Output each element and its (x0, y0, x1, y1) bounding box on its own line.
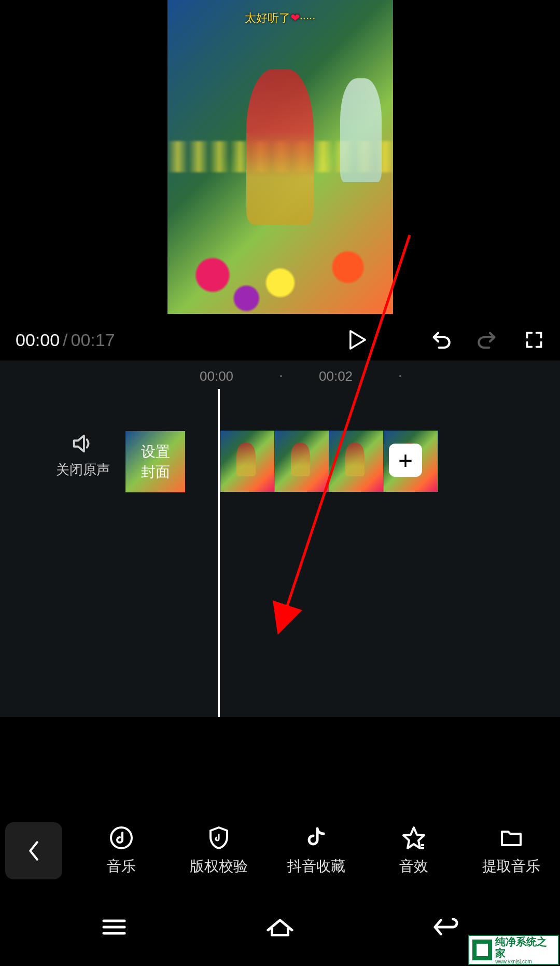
video-caption: 太好听了❤····· (245, 10, 316, 26)
douyin-icon (304, 825, 329, 850)
mute-label: 关闭原声 (54, 461, 111, 479)
add-clip-button[interactable]: + (389, 444, 422, 477)
tool-label: 音效 (399, 857, 428, 876)
home-icon (266, 917, 294, 937)
watermark-title: 纯净系统之家 (495, 936, 555, 959)
music-button[interactable]: 音乐 (73, 825, 170, 876)
fullscreen-icon (525, 330, 543, 349)
preview-decoration (167, 236, 393, 314)
video-preview[interactable]: 太好听了❤····· (167, 0, 393, 314)
tool-label: 提取音乐 (482, 857, 540, 876)
play-button[interactable] (347, 329, 368, 350)
tool-label: 音乐 (107, 857, 136, 876)
extract-music-button[interactable]: 提取音乐 (463, 825, 560, 876)
folder-icon (499, 825, 524, 850)
plus-icon: + (398, 446, 413, 475)
cover-label-line1: 设置 (141, 441, 170, 462)
preview-decoration (246, 69, 314, 225)
tool-label: 版权校验 (190, 857, 248, 876)
menu-icon (102, 918, 127, 936)
timeline-track: 关闭原声 设置 封面 (0, 431, 560, 493)
video-preview-area: 太好听了❤····· (0, 0, 560, 314)
clip-frame (220, 431, 275, 492)
undo-button[interactable] (430, 329, 451, 350)
star-icon (401, 825, 426, 850)
speaker-icon (70, 431, 96, 457)
douyin-favorites-button[interactable]: 抖音收藏 (268, 825, 365, 876)
mute-original-button[interactable]: 关闭原声 (54, 431, 111, 479)
clip-frame (329, 431, 384, 492)
sound-effects-button[interactable]: 音效 (365, 825, 463, 876)
total-time: 00:17 (71, 330, 115, 350)
undo-icon (430, 329, 451, 350)
copyright-check-button[interactable]: 版权校验 (170, 825, 268, 876)
nav-recents-button[interactable] (90, 909, 138, 945)
play-icon (349, 329, 367, 350)
music-note-icon (109, 825, 134, 850)
preview-decoration (340, 78, 382, 182)
ruler-tick (280, 375, 282, 377)
fullscreen-button[interactable] (524, 329, 544, 350)
tool-label: 抖音收藏 (287, 857, 345, 876)
timeline-ruler: 00:00 00:02 (0, 366, 560, 387)
cover-label-line2: 封面 (141, 462, 170, 482)
back-button[interactable] (5, 822, 62, 879)
current-time: 00:00 (16, 330, 60, 350)
time-display: 00:00/00:17 (16, 330, 115, 350)
nav-home-button[interactable] (256, 909, 304, 945)
ruler-tick-label: 00:00 (200, 368, 233, 384)
time-separator: / (63, 330, 67, 350)
timeline[interactable]: 00:00 00:02 关闭原声 设置 封面 + (0, 361, 560, 717)
ruler-tick (399, 375, 401, 377)
playback-controls: 00:00/00:17 (0, 324, 560, 355)
watermark-logo-icon (472, 940, 492, 960)
watermark: 纯净系统之家 www.yxnjsj.com (468, 935, 559, 965)
nav-back-button[interactable] (422, 909, 470, 945)
watermark-url: www.yxnjsj.com (495, 959, 555, 964)
watermark-text: 纯净系统之家 www.yxnjsj.com (495, 936, 555, 964)
clip-frame (275, 431, 329, 492)
set-cover-button[interactable]: 设置 封面 (125, 431, 185, 492)
playhead[interactable] (218, 389, 220, 717)
chevron-left-icon (26, 840, 41, 861)
ruler-tick-label: 00:02 (319, 368, 353, 384)
audio-toolbar: 音乐 版权校验 抖音收藏 音效 (0, 813, 560, 888)
back-arrow-icon (433, 917, 459, 937)
redo-icon (477, 329, 498, 350)
redo-button[interactable] (477, 329, 498, 350)
shield-icon (206, 825, 231, 850)
